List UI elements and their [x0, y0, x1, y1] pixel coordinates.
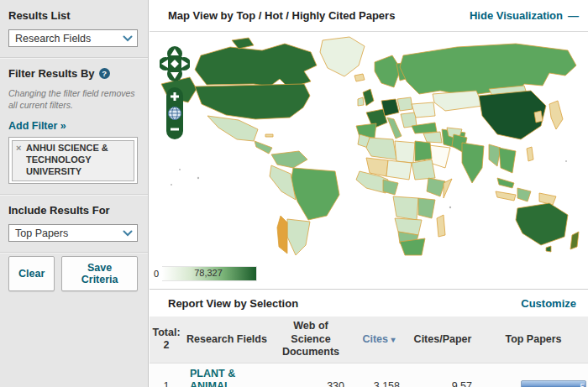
country-chile[interactable]	[277, 216, 287, 254]
country-arctic-island[interactable]	[232, 38, 254, 49]
table-row: 1 PLANT & ANIMAL SCIENCE 330 3,158 9.57 …	[150, 363, 588, 387]
country-malaysia[interactable]	[497, 178, 514, 188]
col-wos-documents: Web of Science Documents	[270, 316, 351, 363]
country-ireland[interactable]	[358, 97, 364, 106]
zoom-control[interactable]	[166, 87, 183, 139]
include-results-dropdown[interactable]: Top Papers	[8, 224, 138, 242]
main-panel: Map View by Top / Hot / Highly Cited Pap…	[150, 0, 588, 387]
docs-value: 330	[270, 363, 351, 387]
map-legend: 0 78,327	[154, 266, 257, 281]
filter-list-box: × ANHUI SCIENCE & TECHNOLOGY UNIVERSITY	[8, 137, 138, 184]
country-korea[interactable]	[534, 111, 543, 123]
country-indonesia[interactable]	[496, 191, 516, 201]
country-east-africa[interactable]	[418, 198, 435, 218]
country-niger-chad[interactable]	[386, 160, 412, 180]
map-header: Map View by Top / Hot / Highly Cited Pap…	[150, 0, 588, 32]
results-list-label: Results List	[8, 9, 138, 22]
country-japan[interactable]	[549, 101, 563, 129]
country-egypt[interactable]	[415, 141, 432, 161]
total-count: 2	[151, 339, 181, 353]
country-libya[interactable]	[395, 141, 415, 163]
country-uk[interactable]	[363, 89, 374, 106]
country-italy[interactable]	[387, 118, 402, 139]
country-mexico[interactable]	[207, 116, 258, 141]
cites-per-paper-value: 9.57	[407, 363, 479, 387]
remove-filter-icon[interactable]: ×	[16, 143, 21, 154]
country-brazil[interactable]	[291, 168, 339, 220]
country-drc[interactable]	[393, 196, 418, 220]
country-peru[interactable]	[270, 165, 296, 200]
country-ukraine[interactable]	[412, 102, 435, 118]
country-central-america[interactable]	[255, 141, 272, 154]
table-header-row: Total: 2 Research Fields Web of Science …	[150, 316, 588, 363]
include-results-label: Include Results For	[8, 204, 138, 217]
country-scandinavia[interactable]	[375, 55, 401, 87]
report-section: Report View by Selection Customize Total…	[150, 289, 588, 387]
results-list-dropdown[interactable]: Research Fields	[8, 29, 138, 47]
clear-button[interactable]: Clear	[8, 256, 55, 291]
globe-reset-button[interactable]	[169, 107, 181, 120]
filter-section: Filter Results By? Changing the filter f…	[0, 57, 148, 194]
sort-arrow-icon: ▾	[391, 335, 396, 344]
country-germany[interactable]	[381, 99, 399, 116]
report-header: Report View by Selection Customize	[150, 290, 588, 316]
country-india[interactable]	[462, 143, 484, 183]
country-new-guinea[interactable]	[539, 193, 556, 205]
filter-title: Filter Results By?	[8, 67, 138, 80]
country-tasmania[interactable]	[546, 246, 551, 252]
include-results-selected: Top Papers	[15, 227, 68, 239]
hide-visualization-link[interactable]: Hide Visualization —	[470, 9, 578, 22]
results-list-section: Results List Research Fields	[0, 0, 148, 57]
cites-sort-link[interactable]: Cites	[362, 333, 388, 345]
country-iraq[interactable]	[423, 132, 442, 143]
report-title: Report View by Selection	[168, 297, 298, 310]
country-kazakhstan[interactable]	[433, 91, 483, 111]
country-ethiopia[interactable]	[427, 178, 445, 196]
country-russia[interactable]	[400, 44, 576, 96]
country-canada[interactable]	[195, 44, 317, 88]
country-new-zealand[interactable]	[570, 232, 579, 249]
country-borneo[interactable]	[517, 188, 531, 201]
help-icon[interactable]: ?	[99, 68, 110, 79]
country-iceland[interactable]	[354, 74, 365, 81]
col-cites: Cites ▾	[351, 316, 407, 363]
save-criteria-button[interactable]: Save Criteria	[61, 256, 138, 291]
col-cites-per-paper: Cites/Paper	[407, 316, 479, 363]
country-algeria[interactable]	[366, 138, 396, 160]
map-controls	[160, 45, 190, 148]
results-list-selected: Research Fields	[15, 33, 91, 44]
country-south-africa[interactable]	[400, 238, 425, 255]
map-title: Map View by Top / Hot / Highly Cited Pap…	[168, 9, 395, 22]
field-link-plant-animal-science[interactable]: PLANT & ANIMAL SCIENCE	[190, 368, 264, 387]
col-research-fields: Research Fields	[183, 316, 270, 363]
top-papers-bar: 5	[521, 380, 586, 387]
chevron-down-icon	[123, 35, 133, 42]
total-header: Total: 2	[150, 316, 183, 363]
filter-tag: × ANHUI SCIENCE & TECHNOLOGY UNIVERSITY	[12, 140, 134, 180]
country-madagascar[interactable]	[437, 215, 445, 237]
customize-link[interactable]: Customize	[521, 297, 576, 310]
country-australia[interactable]	[516, 203, 568, 245]
row-index: 1	[150, 363, 183, 387]
legend-gradient-bar: 78,327	[162, 266, 257, 281]
world-map[interactable]	[155, 35, 583, 259]
col-top-papers: Top Papers	[479, 316, 588, 363]
include-results-section: Include Results For Top Papers	[0, 194, 148, 252]
country-greenland[interactable]	[320, 37, 365, 76]
filter-tag-label: ANHUI SCIENCE & TECHNOLOGY UNIVERSITY	[26, 143, 108, 176]
add-filter-link[interactable]: Add Filter »	[8, 120, 66, 132]
country-sudan[interactable]	[412, 160, 435, 180]
report-table: Total: 2 Research Fields Web of Science …	[150, 316, 588, 387]
country-poland[interactable]	[397, 97, 412, 111]
country-usa[interactable]	[195, 84, 310, 119]
country-caribbean[interactable]	[265, 134, 273, 137]
legend-max-label: 78,327	[194, 268, 223, 278]
country-colombia[interactable]	[271, 151, 307, 168]
sidebar: Results List Research Fields Filter Resu…	[0, 0, 149, 387]
criteria-buttons: Clear Save Criteria	[0, 252, 148, 301]
cites-value: 3,158	[351, 363, 407, 387]
country-argentina[interactable]	[287, 219, 310, 255]
country-indochina[interactable]	[499, 148, 516, 173]
country-philippines[interactable]	[527, 147, 533, 161]
pan-control[interactable]	[160, 46, 190, 81]
